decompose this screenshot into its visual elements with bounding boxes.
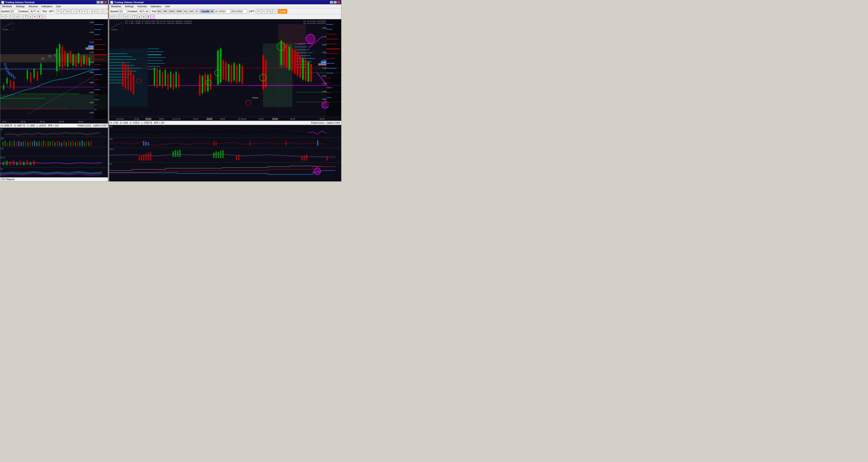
svg-rect-96 (14, 141, 15, 146)
left-draw-text[interactable]: T (24, 15, 28, 19)
left-draw-pencil[interactable]: ✏ (42, 15, 46, 19)
left-close-btn[interactable]: ✕ (104, 1, 107, 4)
right-close-btn[interactable]: ✕ (337, 1, 340, 4)
right-load-btn[interactable]: Load (278, 9, 287, 13)
left-stat-atr: ATR = 123 (48, 124, 59, 127)
right-draw-circle[interactable]: ○ (128, 15, 132, 19)
left-line-btn[interactable]: ╱ (61, 9, 66, 13)
svg-rect-315 (145, 142, 147, 146)
right-h4-btn[interactable]: H4 (189, 9, 194, 13)
svg-rect-86 (94, 89, 100, 90)
left-draw-hline[interactable]: | (10, 15, 14, 19)
right-time-9: 20 09.06 (238, 118, 246, 120)
left-minimize-btn[interactable]: ─ (97, 1, 100, 4)
left-zoom-in-btn[interactable]: + (82, 9, 87, 13)
left-cursor-btn[interactable]: ↖ (56, 9, 61, 13)
left-menu-settings[interactable]: Settings (15, 5, 26, 8)
right-arrow-btn[interactable]: → (273, 9, 277, 13)
right-draw-rect[interactable]: ▭ (124, 15, 128, 19)
right-maximize-btn[interactable]: □ (334, 1, 337, 4)
right-h1-btn[interactable]: H1 (183, 9, 188, 13)
left-text-btn[interactable]: T (77, 9, 82, 13)
left-menu-windows[interactable]: Windows (1, 5, 13, 8)
left-draw-line[interactable]: ─ (6, 15, 10, 19)
left-arrow-right-btn[interactable]: → (98, 9, 102, 13)
right-draw-text[interactable]: T (133, 15, 137, 19)
left-oi-svg (0, 128, 108, 137)
right-thumbnail: 21.41% (110, 20, 123, 30)
svg-rect-69 (86, 57, 88, 66)
right-draw-arrow-up[interactable]: ▲ (137, 15, 141, 19)
right-sep3 (255, 9, 256, 13)
right-title-controls: ─ □ ✕ (330, 1, 340, 4)
left-draw-rect[interactable]: ▭ (15, 15, 19, 19)
right-contract-select[interactable]: AUTO (138, 9, 149, 13)
left-contract-select[interactable]: AUTO (29, 9, 40, 13)
svg-rect-259 (283, 42, 285, 65)
left-maximize-btn[interactable]: □ (100, 1, 103, 4)
svg-rect-317 (213, 141, 214, 146)
right-draw-dollar[interactable]: $ (146, 15, 150, 19)
right-menu-settings[interactable]: Settings (124, 5, 135, 8)
left-zoom-out-btn[interactable]: − (87, 9, 92, 13)
left-draw-circle[interactable]: ○ (19, 15, 23, 19)
right-menu-windows[interactable]: Windows (110, 5, 122, 8)
svg-rect-111 (48, 141, 49, 146)
right-draw-hline[interactable]: | (119, 15, 123, 19)
svg-rect-100 (23, 142, 24, 146)
right-cursor-btn[interactable]: ↖ (257, 9, 261, 13)
svg-rect-303 (327, 58, 336, 59)
right-time-7: 08.06 (207, 118, 213, 120)
left-draw-cursor[interactable]: ↖ (1, 15, 5, 19)
svg-rect-308 (327, 83, 330, 83)
right-draw-line[interactable]: ─ (115, 15, 119, 19)
right-minimize-btn[interactable]: ─ (330, 1, 333, 4)
left-draw-arrow-down[interactable]: ▼ (33, 15, 37, 19)
svg-rect-325 (179, 150, 181, 157)
right-d-btn[interactable]: D (195, 9, 199, 13)
svg-rect-29 (3, 85, 4, 89)
svg-rect-43 (37, 71, 38, 81)
right-menu-user[interactable]: User (164, 5, 171, 8)
svg-rect-212 (170, 72, 172, 88)
right-menu-volumes[interactable]: Volumes (136, 5, 148, 8)
left-hft-label: HFT (49, 10, 54, 13)
left-time-5: 03.06 (78, 121, 84, 123)
svg-rect-127 (84, 142, 85, 146)
right-tv-chart: TV (109, 125, 341, 138)
right-draw-pencil[interactable]: ✏ (151, 15, 155, 19)
right-m30-btn[interactable]: M30 (176, 9, 183, 13)
svg-rect-19 (5, 67, 7, 68)
svg-rect-94 (9, 141, 10, 146)
left-price-1700: 1700 (89, 61, 94, 64)
left-cd1-svg (0, 156, 108, 167)
right-m15-btn[interactable]: M15 (169, 9, 175, 13)
right-menu-indicators[interactable]: Indicators (150, 5, 162, 8)
left-menu-indicators[interactable]: Indicators (41, 5, 53, 8)
right-draw-cursor[interactable]: ↖ (110, 15, 114, 19)
right-date1-input[interactable] (215, 9, 230, 13)
left-rect-btn[interactable]: ▭ (66, 9, 71, 13)
right-draw-arrow-down[interactable]: ▼ (142, 15, 146, 19)
right-futures-text: Fut. Jul 22 Exp. 14/07/2022 (303, 20, 326, 22)
right-tv-label: TV (110, 125, 112, 128)
right-symbol-input[interactable] (119, 9, 127, 13)
left-chart-canvas[interactable]: 1748 21:19:59 1780 1760 1740 1720 1700 1… (0, 19, 108, 119)
left-move-btn[interactable]: ⊹ (92, 9, 97, 13)
left-circle-btn[interactable]: ○ (72, 9, 76, 13)
left-menu-volumes[interactable]: Volumes (27, 5, 39, 8)
right-m1-btn[interactable]: M1 (157, 9, 162, 13)
right-cd1-svg (109, 148, 341, 162)
left-arrow-left-btn[interactable]: ← (103, 9, 107, 13)
right-chart-type-select[interactable]: Candle Bar Line (200, 9, 214, 13)
right-time-5: 20 07.06 (173, 118, 180, 120)
right-m5-btn[interactable]: M5 (162, 9, 168, 13)
left-draw-dollar[interactable]: $ (37, 15, 41, 19)
right-chart-canvas[interactable]: 21.41% HFT 1: Agr. / Range 10 / Interval… (109, 19, 341, 117)
left-menu-user[interactable]: User (55, 5, 62, 8)
right-pencil-btn[interactable]: ✏ (262, 9, 267, 13)
right-date2-input[interactable] (231, 9, 247, 13)
left-draw-arrow-up[interactable]: ▲ (28, 15, 32, 19)
left-symbol-input[interactable] (10, 9, 18, 13)
right-zoom-btn[interactable]: 🔍 (267, 9, 272, 13)
